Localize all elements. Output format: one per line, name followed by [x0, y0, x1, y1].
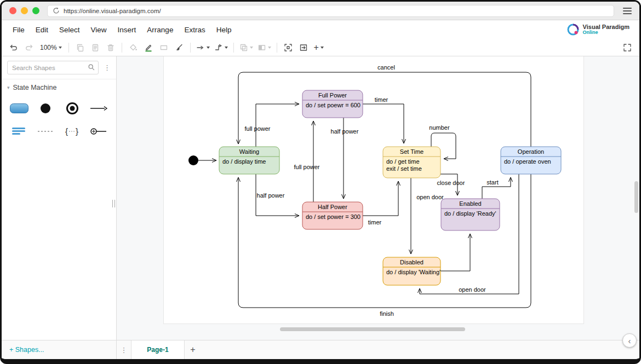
state-title: Set Time	[400, 148, 423, 155]
tab-options-icon[interactable]: ⋮	[117, 340, 131, 359]
state-title: Waiting	[239, 148, 259, 155]
transition-disabled-to-enabled[interactable]	[440, 234, 470, 271]
transition-label[interactable]: start	[487, 179, 498, 186]
tab-page-1[interactable]: Page-1	[131, 340, 185, 359]
menu-view[interactable]: View	[85, 26, 112, 34]
menu-insert[interactable]: Insert	[112, 26, 142, 34]
initial-state-node[interactable]	[188, 155, 198, 165]
state-half-power[interactable]: Half Powerdo / set power = 300	[302, 202, 363, 229]
zoom-value: 100%	[40, 44, 57, 51]
horizontal-scrollbar[interactable]	[280, 327, 465, 331]
shape-transition-arrow[interactable]	[89, 104, 108, 113]
transition-label[interactable]: half power	[257, 192, 285, 199]
arrow-style-dropdown[interactable]	[195, 41, 211, 54]
fit-page-button[interactable]	[297, 41, 310, 54]
transition-label[interactable]: timer	[375, 96, 388, 103]
panel-options-icon[interactable]: ⋮	[101, 63, 113, 72]
transition-fullpower-to-settime[interactable]	[363, 104, 404, 143]
shape-initial-state[interactable]	[39, 102, 52, 115]
state-enabled[interactable]: Enableddo / display 'Ready'	[441, 199, 500, 230]
line-color-button[interactable]	[142, 41, 155, 54]
transition-label[interactable]: cancel	[377, 64, 395, 71]
state-set-time[interactable]: Set Timedo / get timeexit / set time	[383, 147, 440, 178]
state-full-power[interactable]: Full Powerdo / set poewr = 600	[302, 90, 363, 118]
insert-shape-dropdown[interactable]: +	[312, 41, 325, 54]
transition-label[interactable]: open door	[416, 194, 444, 200]
state-operation[interactable]: Operationdo / operate oven	[501, 147, 561, 174]
collapse-panel-button[interactable]: ‹	[622, 333, 637, 348]
app-menubar: File Edit Select View Insert Arrange Ext…	[2, 20, 639, 39]
shadow-dropdown[interactable]	[238, 41, 254, 54]
collapse-triangle-icon: ▾	[7, 85, 10, 90]
menu-extras[interactable]: Extras	[179, 26, 210, 34]
state-activity: do / operate oven	[504, 158, 551, 165]
state-disabled[interactable]: Disableddo / display 'Waiting'	[383, 257, 440, 285]
transition-label[interactable]: close door	[437, 180, 465, 186]
browser-titlebar: https://online.visual-paradigm.com/	[2, 2, 639, 20]
diagram-canvas[interactable]: cancelfinishfull powerhalf powerhalf pow…	[117, 56, 639, 340]
vertical-scrollbar[interactable]	[634, 181, 638, 213]
paste-button[interactable]	[89, 41, 102, 54]
delete-button[interactable]	[104, 41, 117, 54]
transition-label[interactable]: open door	[459, 286, 486, 293]
transition-label[interactable]: finish	[380, 310, 394, 317]
fullscreen-button[interactable]	[621, 41, 634, 54]
shape-style-button[interactable]	[157, 41, 170, 54]
transition-label[interactable]: full power	[294, 164, 319, 170]
shape-final-state[interactable]	[65, 101, 79, 115]
visual-paradigm-logo: Visual Paradigm Online	[566, 23, 634, 36]
connector-style-dropdown[interactable]	[213, 41, 229, 54]
transition-label[interactable]: timer	[368, 219, 382, 226]
fit-to-window-button[interactable]	[282, 41, 295, 54]
section-title: State Machine	[13, 84, 57, 91]
traffic-lights	[9, 7, 39, 14]
chevron-down-icon	[250, 47, 253, 49]
close-window-button[interactable]	[9, 7, 16, 14]
shape-join-line[interactable]	[89, 127, 108, 136]
shape-dashed-line[interactable]	[37, 129, 54, 134]
menu-edit[interactable]: Edit	[30, 26, 54, 34]
browser-menu-icon[interactable]	[623, 8, 632, 14]
copy-button[interactable]	[73, 41, 87, 54]
state-activity: do / set power = 300	[306, 213, 360, 220]
minimize-window-button[interactable]	[21, 7, 28, 14]
browser-window: https://online.visual-paradigm.com/ File…	[0, 0, 641, 364]
state-title: Operation	[518, 148, 544, 155]
svg-text:}: }	[76, 126, 78, 136]
state-waiting[interactable]: Waitingdo / display time	[219, 147, 279, 174]
section-state-machine[interactable]: ▾ State Machine	[2, 79, 116, 96]
panel-resize-handle[interactable]	[112, 200, 115, 207]
transition-label[interactable]: number	[429, 124, 450, 131]
transition-halfpower-to-settime[interactable]	[363, 181, 398, 216]
state-activity: do / set poewr = 600	[306, 102, 360, 108]
format-brush-button[interactable]	[173, 41, 186, 54]
state-activity: exit / set time	[386, 165, 422, 172]
url-text: https://online.visual-paradigm.com/	[64, 8, 161, 14]
transition-label[interactable]: full power	[244, 125, 270, 132]
address-bar[interactable]: https://online.visual-paradigm.com/	[47, 5, 614, 17]
plus-icon: +	[314, 43, 319, 52]
state-title: Enabled	[459, 200, 481, 207]
more-shapes-link[interactable]: + Shapes...	[2, 340, 117, 359]
zoom-select[interactable]: 100%	[38, 41, 64, 54]
chevron-down-icon	[225, 47, 228, 49]
fill-color-button[interactable]	[127, 41, 140, 54]
menu-arrange[interactable]: Arrange	[141, 26, 179, 34]
transition-cancel-loop[interactable]	[238, 72, 531, 147]
shape-state[interactable]	[9, 102, 29, 114]
search-shapes-input[interactable]	[7, 61, 99, 74]
transition-label[interactable]: half power	[331, 128, 359, 135]
redo-button[interactable]	[22, 41, 36, 54]
undo-button[interactable]	[7, 41, 20, 54]
state-activity: do / display time	[222, 158, 266, 165]
maximize-window-button[interactable]	[32, 7, 39, 14]
menu-file[interactable]: File	[7, 26, 30, 34]
gradient-dropdown[interactable]	[256, 41, 272, 54]
menu-help[interactable]: Help	[211, 26, 237, 34]
diagram-page[interactable]: cancelfinishfull powerhalf powerhalf pow…	[163, 56, 584, 324]
menu-select[interactable]: Select	[54, 26, 85, 34]
reload-icon[interactable]	[53, 7, 60, 14]
shape-note[interactable]	[11, 126, 27, 137]
add-page-button[interactable]: +	[185, 340, 201, 359]
shape-braces[interactable]: {}	[64, 125, 81, 137]
